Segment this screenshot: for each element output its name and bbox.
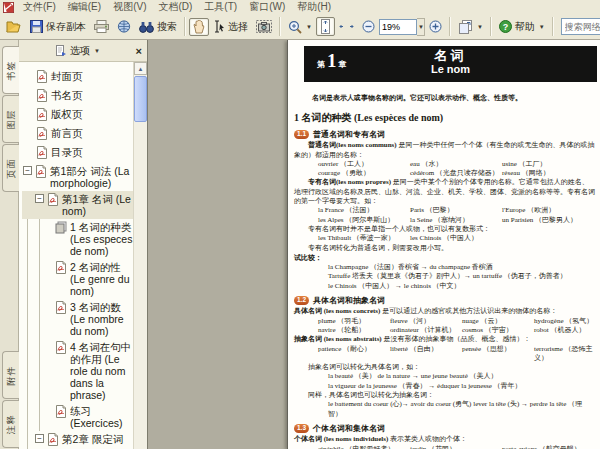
example-line: le battement du coeur (心)→ avoir du coeu… bbox=[294, 400, 595, 419]
dropdown-caret-icon: ▼ bbox=[306, 24, 312, 30]
toolbar-separator bbox=[449, 17, 451, 36]
close-panel-button[interactable]: × bbox=[136, 46, 142, 56]
panel-scrollbar[interactable]: ▲ bbox=[133, 62, 147, 449]
email-button[interactable] bbox=[113, 18, 135, 35]
paragraph: 抽象名词 (les noms abstraits) 是没有形体的抽象事物（品质、… bbox=[294, 335, 595, 344]
pdf-page-icon bbox=[47, 193, 59, 208]
bookmark-item[interactable]: 3 名词的数 (Le nombre du nom) bbox=[22, 299, 133, 339]
dropdown-caret-icon: ▼ bbox=[539, 24, 545, 30]
bookmark-item[interactable]: −第2章 限定词 bbox=[22, 431, 133, 449]
bookmark-item[interactable]: −第1部分 词法 (La morphologie) bbox=[22, 163, 133, 191]
bookmark-item[interactable]: 4 名词在句中的作用 (Le role du nom dans la phras… bbox=[22, 339, 133, 403]
navigation-tab-strip: 书签图层页面 附件注释 bbox=[0, 40, 19, 449]
camera-icon bbox=[256, 20, 272, 33]
banner-titles: 名词 Le nom bbox=[304, 46, 597, 76]
chapter-suffix: 章 bbox=[339, 59, 347, 70]
sidebar-tab-图层[interactable]: 图层 bbox=[2, 95, 19, 143]
options-label[interactable]: 选项 bbox=[70, 44, 90, 58]
zoom-level-field[interactable] bbox=[379, 19, 417, 35]
term-bold: 专有名词(les noms propres) bbox=[308, 178, 391, 186]
bookmark-label: 书名页 bbox=[51, 89, 83, 101]
globe-mail-icon bbox=[117, 20, 131, 33]
pdf-page: 第 1 章 名词 Le nom 名词是表示人或事物名称的词。它还可以表示动作、概… bbox=[287, 40, 600, 449]
sidebar-tab-页面[interactable]: 页面 bbox=[2, 144, 19, 192]
fit-page-button[interactable] bbox=[316, 17, 335, 36]
bookmark-item[interactable]: 书名页 bbox=[22, 87, 133, 106]
example-item: ordinateur （计算机） bbox=[390, 326, 462, 335]
sidebar-tab-注释[interactable]: 注释 bbox=[2, 400, 19, 448]
zoom-in-button[interactable] bbox=[425, 18, 446, 35]
menu-item[interactable]: 窗口(W) bbox=[243, 1, 291, 12]
search-button[interactable]: 搜索 bbox=[135, 18, 181, 36]
toolbar-separator bbox=[552, 17, 554, 36]
collapse-icon[interactable]: − bbox=[35, 194, 44, 203]
bookmark-item[interactable]: 封面页 bbox=[22, 68, 133, 87]
collapse-icon[interactable]: − bbox=[35, 434, 44, 443]
toolbar-separator bbox=[184, 17, 186, 36]
page-view-button[interactable]: ▼ bbox=[454, 18, 487, 36]
save-copy-button[interactable]: 保存副本 bbox=[26, 18, 90, 36]
save-icon bbox=[30, 20, 43, 33]
menu-item[interactable]: 工具(T) bbox=[198, 1, 243, 12]
example-row: ouvrier （工人）eau （水）usine （工厂） bbox=[294, 160, 595, 169]
options-caret-icon[interactable]: ▼ bbox=[94, 48, 100, 54]
zoom-out-button[interactable] bbox=[358, 18, 379, 35]
open-file-button[interactable] bbox=[2, 18, 26, 36]
subsection-title: 个体名词和集体名词 bbox=[313, 424, 385, 433]
fit-width-button[interactable] bbox=[335, 19, 358, 34]
pdf-page-icon bbox=[35, 165, 47, 180]
toolbar-separator bbox=[279, 17, 281, 36]
pdf-page-icon bbox=[55, 261, 67, 276]
toolbar: 保存副本 搜索 选择 bbox=[0, 14, 600, 40]
bookmark-item[interactable]: 目录页 bbox=[22, 144, 133, 163]
menu-item[interactable]: 文档(D) bbox=[152, 1, 198, 12]
menu-item[interactable]: 编辑(E) bbox=[62, 1, 107, 12]
bookmark-item[interactable]: 练习 (Exercices) bbox=[22, 403, 133, 431]
snapshot-tool-button[interactable] bbox=[252, 18, 276, 35]
sidebar-tab-书签[interactable]: 书签 bbox=[2, 46, 19, 94]
print-button[interactable] bbox=[90, 18, 113, 35]
bookmark-item[interactable]: 2 名词的性 (Le genre du nom) bbox=[22, 259, 133, 299]
bookmark-item[interactable]: −第1章 名词 (Le nom) bbox=[22, 191, 133, 219]
example-row: navire （轮船）ordinateur （计算机）cosmos （宇宙）ro… bbox=[294, 326, 595, 335]
example-item: nuage （云） bbox=[462, 317, 534, 326]
sidebar-tab-label: 书签 bbox=[5, 60, 18, 80]
web-search-input[interactable] bbox=[561, 18, 600, 35]
bookmark-label: 版权页 bbox=[51, 108, 83, 120]
bookmark-tree: 封面页书名页版权页前言页目录页−第1部分 词法 (La morphologie)… bbox=[19, 62, 133, 449]
bookmark-item[interactable]: 版权页 bbox=[22, 106, 133, 125]
sidebar-tab-附件[interactable]: 附件 bbox=[2, 351, 19, 399]
binoculars-icon bbox=[139, 21, 154, 33]
chapter-digit: 1 bbox=[327, 52, 337, 70]
main-area: 书签图层页面 附件注释 选项 ▼ × 封面页书名页版权页前言页目录页−第1部分 … bbox=[0, 40, 600, 449]
zoom-dropdown-button[interactable]: ▼ bbox=[417, 18, 425, 36]
collapse-icon[interactable]: − bbox=[23, 166, 32, 175]
sidebar-tab-label: 页面 bbox=[5, 158, 18, 178]
bookmark-label: 练习 (Exercices) bbox=[70, 405, 133, 429]
scrollbar-thumb[interactable] bbox=[134, 76, 147, 122]
term-bold: 抽象名词 (les noms abstraits) bbox=[294, 335, 382, 343]
zoom-tool-button[interactable]: ▼ bbox=[284, 18, 316, 36]
previous-view-icon bbox=[458, 20, 473, 34]
example-item: les Thibault （蒂波一家） bbox=[318, 234, 410, 243]
help-button[interactable]: ? 帮助 ▼ bbox=[495, 18, 549, 36]
example-item: la Seine （塞纳河） bbox=[410, 216, 502, 225]
save-copy-label: 保存副本 bbox=[46, 20, 86, 34]
example-line: la beauté （美） de la nature → une jeune b… bbox=[294, 372, 595, 381]
select-tool-button[interactable]: 选择 bbox=[209, 18, 252, 36]
menu-item[interactable]: 帮助(H) bbox=[291, 1, 337, 12]
example-line: le Chinois （中国人） → le chinois （中文） bbox=[294, 282, 595, 291]
section-badge: 1.3 bbox=[294, 424, 309, 433]
chapter-title-fr: Le nom bbox=[304, 63, 597, 76]
menu-item[interactable]: 文件(F) bbox=[17, 1, 62, 12]
hand-tool-button[interactable] bbox=[189, 18, 209, 36]
bookmark-item[interactable]: 前言页 bbox=[22, 125, 133, 144]
bookmark-label: 前言页 bbox=[51, 127, 83, 139]
bookmark-item[interactable]: 1 名词的种类(Les especes de nom) bbox=[22, 219, 133, 259]
example-item: cosmos （宇宙） bbox=[462, 326, 534, 335]
bookmark-label: 3 名词的数 (Le nombre du nom) bbox=[70, 301, 133, 337]
menu-item[interactable]: 视图(V) bbox=[107, 1, 152, 12]
document-canvas: 第 1 章 名词 Le nom 名词是表示人或事物名称的词。它还可以表示动作、概… bbox=[148, 40, 600, 449]
chapter-intro: 名词是表示人或事物名称的词。它还可以表示动作、概念、性质等。 bbox=[296, 94, 595, 103]
scroll-up-button[interactable]: ▲ bbox=[134, 62, 147, 75]
